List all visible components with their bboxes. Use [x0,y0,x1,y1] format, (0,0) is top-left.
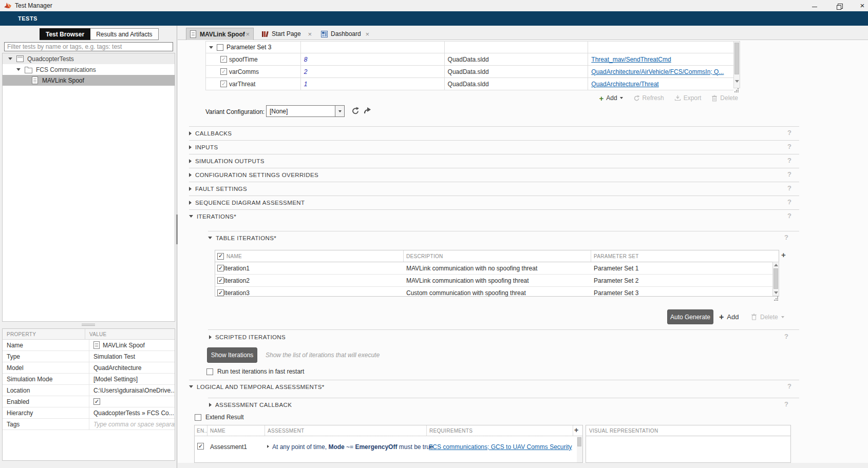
collapse-caret-icon[interactable] [209,46,213,49]
assessment-name[interactable]: Assessment1 [210,443,247,451]
model-element-link[interactable]: QuadArchitecture/AirVehicle/FCS/CommsIn;… [591,68,724,75]
parameter-row[interactable]: spoofTime 8 QuadData.sldd Threat_mav/Sen… [206,53,733,66]
fast-restart-checkbox[interactable] [206,368,213,375]
iteration-row[interactable]: Iteration2 MAVLink communication with sp… [215,275,779,287]
help-icon[interactable]: ? [784,400,788,408]
tab-results-artifacts[interactable]: Results and Artifacts [90,28,158,40]
minimize-button[interactable] [810,5,819,9]
tab-start-page[interactable]: Start Page × [258,28,315,40]
parameter-checkbox[interactable] [220,68,227,75]
help-icon[interactable]: ? [787,170,791,178]
variant-configuration-dropdown[interactable]: [None] [266,105,345,117]
help-icon[interactable]: ? [787,129,791,136]
expand-caret-icon[interactable] [8,57,12,60]
model-element-link[interactable]: Threat_mav/SendThreatCmd [591,56,671,63]
export-button[interactable]: Export [674,94,702,102]
goto-model-icon[interactable] [364,107,371,114]
section-logical-temporal[interactable]: LOGICAL AND TEMPORAL ASSESSMENTS* [189,382,325,391]
table-resize-grip[interactable] [777,300,778,301]
parameter-checkbox[interactable] [220,56,227,63]
close-tab-icon[interactable]: × [365,30,369,38]
tags-input[interactable]: Type comma or space separat [89,419,175,430]
select-all-checkbox[interactable] [217,253,224,260]
close-button[interactable]: × [858,1,867,10]
iteration-row[interactable]: Iteration1 MAVLink communication with no… [215,262,779,275]
section-divider [189,126,799,127]
help-icon[interactable]: ? [787,157,791,164]
parameter-row[interactable]: varComms 2 QuadData.sldd QuadArchitectur… [206,66,733,78]
tab-test-browser[interactable]: Test Browser [40,28,90,40]
delete-parameter-button[interactable]: Delete [711,94,738,102]
section-iterations[interactable]: ITERATIONS* [189,212,236,221]
parameter-table-scrollbar[interactable] [733,41,740,88]
add-parameter-button[interactable]: + Add [599,94,622,102]
restore-button[interactable] [836,3,844,9]
add-requirement-icon[interactable]: + [574,426,578,434]
tree-item-quadcoptertests[interactable]: QuadcopterTests [3,53,175,64]
subsection-table-iterations[interactable]: TABLE ITERATIONS* [208,233,276,242]
parameter-group-row[interactable]: Parameter Set 3 [206,42,733,53]
scroll-down-icon[interactable] [735,80,739,83]
close-tab-icon[interactable]: × [246,30,250,38]
parameter-value[interactable]: 2 [304,68,308,75]
help-icon[interactable]: ? [784,333,788,340]
assessment-summary[interactable]: At any point of time, Mode ~= EmergencyO… [272,443,433,451]
scroll-up-icon[interactable] [774,264,778,266]
parameter-value[interactable]: 1 [304,81,308,88]
parameter-value[interactable]: 8 [304,56,308,63]
tab-mavlink-spoof[interactable]: MAVLink Spoof × [186,28,254,40]
help-icon[interactable]: ? [784,233,788,241]
iteration-checkbox[interactable] [217,265,224,271]
tree-item-mavlink-spoof[interactable]: MAVLink Spoof [3,75,175,86]
parameter-set-checkbox[interactable] [217,44,223,51]
dropdown-arrow-button[interactable] [335,106,344,116]
subsection-assessment-callback[interactable]: ASSESSMENT CALLBACK [209,400,292,409]
iterations-table-scrollbar[interactable] [772,262,779,296]
help-icon[interactable]: ? [787,143,791,150]
extend-result-checkbox[interactable] [195,414,201,421]
expand-assessment-caret-icon[interactable] [267,445,269,448]
expand-caret-icon[interactable] [16,68,21,71]
close-tab-icon[interactable]: × [308,30,312,38]
delete-iteration-button[interactable]: Delete [751,309,784,324]
help-icon[interactable]: ? [787,382,791,390]
panel-splitter-handle[interactable] [82,325,95,326]
section-configuration-overrides[interactable]: CONFIGURATION SETTINGS OVERRIDES [189,170,318,179]
section-sequence-diagram[interactable]: SEQUENCE DIAGRAM ASSESSMENT [189,198,305,207]
scrollbar-thumb[interactable] [734,43,739,74]
help-icon[interactable]: ? [787,212,791,220]
assessment-checkbox[interactable] [197,443,204,450]
iteration-checkbox[interactable] [217,277,224,284]
section-inputs[interactable]: INPUTS [189,143,218,151]
parameter-row[interactable]: varThreat 1 QuadData.sldd QuadArchitectu… [206,78,733,90]
model-element-link[interactable]: QuadArchitecture/Threat [591,81,658,88]
subsection-scripted-iterations[interactable]: SCRIPTED ITERATIONS [209,333,286,341]
show-iterations-button[interactable]: Show Iterations [207,347,257,363]
scroll-down-icon[interactable] [774,291,778,294]
auto-generate-button[interactable]: Auto Generate [667,309,713,324]
section-fault-settings[interactable]: FAULT SETTINGS [189,184,247,193]
add-column-icon[interactable]: + [781,250,786,259]
refresh-button[interactable]: Refresh [633,94,664,102]
enabled-checkbox[interactable] [93,398,100,405]
filter-tests-input[interactable] [4,42,173,51]
help-icon[interactable]: ? [787,184,791,192]
iteration-row[interactable]: Iteration3 Custom communication with spo… [215,287,779,299]
scrollbar-thumb[interactable] [773,268,778,289]
add-iteration-button[interactable]: + Add [719,309,739,324]
refresh-variant-icon[interactable] [351,107,360,115]
requirements-link[interactable]: FCS communications; GCS to UAV Comms Sec… [429,443,572,451]
parameter-checkbox[interactable] [220,81,227,87]
assessments-scrollbar[interactable] [577,437,582,462]
section-simulation-outputs[interactable]: SIMULATION OUTPUTS [189,157,265,165]
tab-dashboard[interactable]: Dashboard × [317,28,373,40]
tab-tests[interactable]: TESTS [18,15,37,22]
section-callbacks[interactable]: CALLBACKS [189,129,232,138]
help-icon[interactable]: ? [787,198,791,206]
iteration-checkbox[interactable] [217,289,224,296]
scrollbar-thumb[interactable] [577,437,581,446]
property-value[interactable]: QuadArchitecture [89,362,175,373]
property-value[interactable]: [Model Settings] [89,374,175,384]
panel-splitter-handle[interactable] [82,324,95,324]
tree-item-fcs-communications[interactable]: FCS Communications [3,64,175,75]
